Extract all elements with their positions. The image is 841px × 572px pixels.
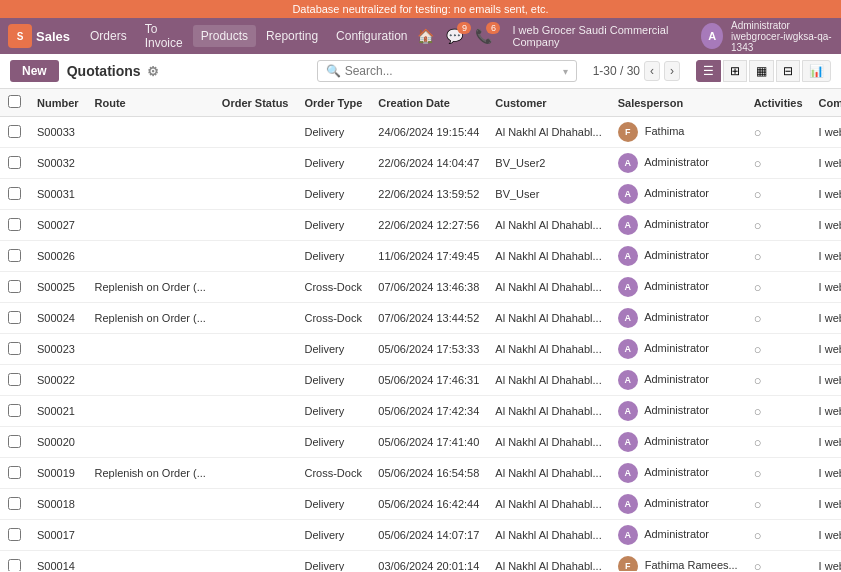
header-customer: Customer	[487, 89, 609, 117]
row-activities[interactable]: ○	[746, 210, 811, 241]
graph-view-button[interactable]: 📊	[802, 60, 831, 82]
row-activities[interactable]: ○	[746, 334, 811, 365]
row-activities[interactable]: ○	[746, 303, 811, 334]
row-checkbox-cell	[0, 241, 29, 272]
nav-reporting[interactable]: Reporting	[258, 25, 326, 47]
chat-button[interactable]: 📞 6	[473, 26, 494, 46]
row-salesperson: A Administrator	[610, 272, 746, 303]
nav-products[interactable]: Products	[193, 25, 256, 47]
row-checkbox[interactable]	[8, 280, 21, 293]
row-checkbox[interactable]	[8, 187, 21, 200]
row-order-status	[214, 303, 297, 334]
table-row[interactable]: S00032 Delivery 22/06/2024 14:04:47 BV_U…	[0, 148, 841, 179]
activity-icon: ○	[754, 528, 762, 543]
search-input[interactable]	[345, 64, 563, 78]
row-order-status	[214, 272, 297, 303]
table-row[interactable]: S00026 Delivery 11/06/2024 17:49:45 Al N…	[0, 241, 841, 272]
gear-icon[interactable]: ⚙	[147, 64, 159, 79]
row-activities[interactable]: ○	[746, 117, 811, 148]
notification-button[interactable]: 💬 9	[444, 26, 465, 46]
table-row[interactable]: S00022 Delivery 05/06/2024 17:46:31 Al N…	[0, 365, 841, 396]
row-activities[interactable]: ○	[746, 396, 811, 427]
table-row[interactable]: S00033 Delivery 24/06/2024 19:15:44 Al N…	[0, 117, 841, 148]
row-activities[interactable]: ○	[746, 365, 811, 396]
salesperson-avatar: A	[618, 184, 638, 204]
row-checkbox[interactable]	[8, 528, 21, 541]
row-order-status	[214, 458, 297, 489]
table-row[interactable]: S00014 Delivery 03/06/2024 20:01:14 Al N…	[0, 551, 841, 572]
calendar-view-button[interactable]: ▦	[749, 60, 774, 82]
row-checkbox[interactable]	[8, 249, 21, 262]
row-checkbox-cell	[0, 427, 29, 458]
table-row[interactable]: S00017 Delivery 05/06/2024 14:07:17 Al N…	[0, 520, 841, 551]
row-activities[interactable]: ○	[746, 241, 811, 272]
activity-icon: ○	[754, 373, 762, 388]
salesperson-avatar: F	[618, 556, 638, 571]
row-activities[interactable]: ○	[746, 272, 811, 303]
table-row[interactable]: S00019 Replenish on Order (... Cross-Doc…	[0, 458, 841, 489]
row-checkbox[interactable]	[8, 125, 21, 138]
table-row[interactable]: S00023 Delivery 05/06/2024 17:53:33 Al N…	[0, 334, 841, 365]
row-activities[interactable]: ○	[746, 520, 811, 551]
nav-configuration[interactable]: Configuration	[328, 25, 415, 47]
row-creation-date: 22/06/2024 13:59:52	[370, 179, 487, 210]
table-row[interactable]: S00020 Delivery 05/06/2024 17:41:40 Al N…	[0, 427, 841, 458]
table-row[interactable]: S00027 Delivery 22/06/2024 12:27:56 Al N…	[0, 210, 841, 241]
select-all-checkbox[interactable]	[8, 95, 21, 108]
row-route	[87, 334, 214, 365]
header-creation-date: Creation Date	[370, 89, 487, 117]
home-button[interactable]: 🏠	[415, 26, 436, 46]
row-checkbox[interactable]	[8, 559, 21, 572]
row-company: I web Grocer Saudi C...	[811, 303, 841, 334]
pivot-view-button[interactable]: ⊟	[776, 60, 800, 82]
table-row[interactable]: S00025 Replenish on Order (... Cross-Doc…	[0, 272, 841, 303]
row-checkbox[interactable]	[8, 435, 21, 448]
row-checkbox-cell	[0, 551, 29, 572]
row-order-type: Delivery	[296, 179, 370, 210]
row-customer: Al Nakhl Al Dhahabl...	[487, 117, 609, 148]
table-row[interactable]: S00024 Replenish on Order (... Cross-Doc…	[0, 303, 841, 334]
table-row[interactable]: S00021 Delivery 05/06/2024 17:42:34 Al N…	[0, 396, 841, 427]
row-activities[interactable]: ○	[746, 489, 811, 520]
row-checkbox[interactable]	[8, 404, 21, 417]
row-checkbox-cell	[0, 179, 29, 210]
row-company: I web Grocer Saudi C...	[811, 334, 841, 365]
table-row[interactable]: S00018 Delivery 05/06/2024 16:42:44 Al N…	[0, 489, 841, 520]
row-checkbox[interactable]	[8, 156, 21, 169]
kanban-view-button[interactable]: ⊞	[723, 60, 747, 82]
row-route	[87, 210, 214, 241]
row-salesperson: A Administrator	[610, 427, 746, 458]
list-view-button[interactable]: ☰	[696, 60, 721, 82]
row-order-status	[214, 396, 297, 427]
row-customer: Al Nakhl Al Dhahabl...	[487, 551, 609, 572]
row-checkbox[interactable]	[8, 311, 21, 324]
row-order-type: Delivery	[296, 334, 370, 365]
row-activities[interactable]: ○	[746, 551, 811, 572]
row-checkbox[interactable]	[8, 342, 21, 355]
table-row[interactable]: S00031 Delivery 22/06/2024 13:59:52 BV_U…	[0, 179, 841, 210]
row-checkbox[interactable]	[8, 218, 21, 231]
logo-icon: S	[8, 24, 32, 48]
row-customer: Al Nakhl Al Dhahabl...	[487, 241, 609, 272]
header-route: Route	[87, 89, 214, 117]
row-activities[interactable]: ○	[746, 148, 811, 179]
row-checkbox[interactable]	[8, 497, 21, 510]
row-checkbox[interactable]	[8, 373, 21, 386]
row-activities[interactable]: ○	[746, 458, 811, 489]
row-order-type: Cross-Dock	[296, 458, 370, 489]
next-page-button[interactable]: ›	[664, 61, 680, 81]
nav-orders[interactable]: Orders	[82, 25, 135, 47]
nav-to-invoice[interactable]: To Invoice	[137, 18, 191, 54]
app-logo[interactable]: S Sales	[8, 24, 70, 48]
new-button[interactable]: New	[10, 60, 59, 82]
salesperson-avatar: A	[618, 339, 638, 359]
prev-page-button[interactable]: ‹	[644, 61, 660, 81]
row-activities[interactable]: ○	[746, 179, 811, 210]
row-company: I web Grocer Saudi C...	[811, 117, 841, 148]
user-avatar[interactable]: A	[701, 23, 723, 49]
row-checkbox[interactable]	[8, 466, 21, 479]
search-dropdown-button[interactable]: ▾	[563, 66, 568, 77]
row-order-type: Delivery	[296, 551, 370, 572]
salesperson-avatar: A	[618, 463, 638, 483]
row-activities[interactable]: ○	[746, 427, 811, 458]
